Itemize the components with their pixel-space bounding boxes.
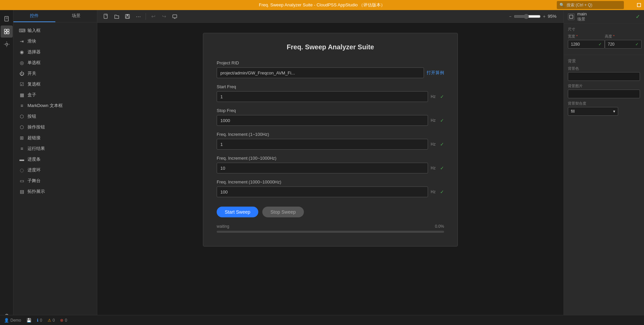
status-info: ℹ 0 [37, 318, 42, 323]
rp-confirm-icon[interactable]: ✓ [636, 13, 640, 20]
toolbar-redo[interactable]: ↪ [159, 12, 169, 21]
component-input[interactable]: ⌨ 输入框 [13, 25, 97, 36]
component-topology[interactable]: ▤ 拓扑展示 [13, 186, 97, 197]
chevron-down-icon: ▾ [613, 109, 615, 114]
tab-scene[interactable]: 场景 [55, 10, 97, 22]
svg-rect-6 [4, 32, 6, 34]
component-substage[interactable]: ▭ 子舞台 [13, 175, 97, 186]
start-sweep-button[interactable]: Start Sweep [217, 207, 258, 217]
component-result[interactable]: ≡ 运行结果 [13, 143, 97, 154]
zoom-out-icon[interactable]: － [508, 13, 513, 19]
sidebar-settings-icon[interactable] [1, 38, 13, 50]
zoom-control: － ＋ 95% [508, 13, 559, 19]
toolbar-more[interactable]: ⋯ [133, 12, 143, 21]
canvas-viewport[interactable]: Freq. Sweep Analyzer Suite Project RID 打… [97, 23, 564, 321]
component-switch[interactable]: ⏻ 开关 [13, 68, 97, 79]
rp-bg-color-swatch[interactable] [568, 72, 640, 81]
component-slider[interactable]: ⇥ 滑块 [13, 36, 97, 47]
rp-width-value[interactable]: 1280 ✓ [568, 40, 605, 49]
svg-rect-9 [104, 14, 107, 18]
sidebar-components-icon[interactable] [1, 25, 13, 38]
svg-rect-5 [7, 29, 9, 31]
component-button[interactable]: ⬡ 按钮 [13, 111, 97, 122]
info-count: 0 [40, 318, 42, 323]
project-rid-input[interactable] [217, 67, 424, 78]
component-markdown[interactable]: ≡ MarkDown 文本框 [13, 100, 97, 111]
storage-icon: 💾 [26, 318, 32, 323]
stop-freq-input[interactable] [217, 115, 428, 126]
component-box[interactable]: ▦ 盒子 [13, 90, 97, 100]
status-user: 👤 Demo [4, 318, 21, 323]
freq-inc3-check-icon[interactable]: ✓ [440, 189, 444, 195]
freq-inc1-unit: Hz [431, 142, 437, 147]
titlebar: Freq. Sweep Analyzer Suite - CloudPSS Ap… [0, 0, 644, 10]
toolbar-separator-1 [146, 13, 146, 20]
open-example-link[interactable]: 打开算例 [427, 70, 444, 76]
freq-inc2-input[interactable] [217, 163, 428, 173]
rp-height-label: 高度 * [605, 34, 642, 39]
info-icon: ℹ [37, 318, 39, 323]
start-freq-check-icon[interactable]: ✓ [440, 94, 444, 99]
rp-bg-color-row: 背景色 [568, 66, 640, 81]
rp-bg-img-input[interactable] [568, 90, 640, 98]
status-warn: ⚠ 0 [48, 318, 55, 323]
rp-bg-color-label: 背景色 [568, 66, 640, 71]
component-progress-bar[interactable]: ▬ 进度条 [13, 154, 97, 165]
progress-ring-icon: ◌ [19, 167, 25, 173]
component-hyperlink[interactable]: ⊞ 超链接 [13, 132, 97, 143]
selector-icon: ◉ [19, 49, 25, 55]
status-username: Demo [10, 318, 21, 323]
input-icon: ⌨ [19, 28, 25, 33]
box-icon: ▦ [19, 92, 25, 98]
search-bar[interactable]: 🔍 搜索 (Ctrl + Q) [557, 1, 624, 9]
start-freq-group: Start Freq Hz ✓ [217, 84, 444, 102]
component-checkbox[interactable]: ☑ 复选框 [13, 79, 97, 90]
svg-rect-0 [637, 3, 641, 7]
svg-point-8 [6, 43, 8, 45]
component-panel: 控件 场景 ⌨ 输入框 ⇥ 滑块 ◉ 选择器 ◎ 单选框 ⏻ 开关 [13, 10, 97, 325]
toolbar-preview[interactable] [170, 12, 179, 21]
warn-icon: ⚠ [48, 318, 51, 323]
right-panel-header: main 场景 ✓ [564, 10, 644, 23]
component-progress-ring[interactable]: ◌ 进度环 [13, 165, 97, 175]
button-icon: ⬡ [19, 114, 25, 119]
stop-freq-check-icon[interactable]: ✓ [440, 118, 444, 123]
freq-inc3-input[interactable] [217, 186, 428, 197]
rp-width-label: 宽度 * [568, 34, 605, 39]
toolbar-folder[interactable] [112, 12, 121, 21]
component-action-button[interactable]: ⬡ 操作按钮 [13, 122, 97, 132]
progress-section: waiting 0.0% [217, 224, 444, 233]
substage-icon: ▭ [19, 178, 25, 183]
component-selector[interactable]: ◉ 选择器 [13, 47, 97, 57]
start-freq-input[interactable] [217, 91, 428, 102]
maximize-icon [637, 3, 641, 7]
sidebar-file-icon[interactable] [1, 13, 13, 25]
warn-count: 0 [53, 318, 55, 323]
tab-controls[interactable]: 控件 [13, 10, 55, 22]
canvas-area: ⋯ ↩ ↪ － ＋ 95% Freq. Sweep Analyzer Suite [97, 10, 564, 325]
toolbar-undo[interactable]: ↩ [149, 12, 158, 21]
zoom-in-icon[interactable]: ＋ [542, 13, 546, 19]
freq-inc1-input[interactable] [217, 139, 428, 150]
project-rid-row: 打开算例 [217, 67, 444, 78]
search-placeholder: 搜索 (Ctrl + Q) [567, 2, 592, 8]
stop-freq-group: Stop Freq Hz ✓ [217, 108, 444, 126]
freq-inc2-unit: Hz [431, 166, 437, 170]
freq-inc2-check-icon[interactable]: ✓ [440, 165, 444, 171]
svg-rect-4 [4, 29, 6, 31]
freq-inc3-label: Freq. Increment (1000~10000Hz) [217, 179, 444, 184]
panel-tabs: 控件 场景 [13, 10, 97, 22]
progress-status: waiting [217, 224, 229, 229]
stop-sweep-button[interactable]: Stop Sweep [262, 207, 304, 217]
freq-inc1-check-icon[interactable]: ✓ [440, 142, 444, 147]
zoom-slider[interactable] [514, 14, 541, 19]
maximize-button[interactable] [634, 0, 644, 10]
toolbar-save[interactable] [123, 12, 132, 21]
component-radio[interactable]: ◎ 单选框 [13, 57, 97, 68]
rp-bg-fit-select[interactable]: fill ▾ [568, 107, 618, 116]
hyperlink-icon: ⊞ [19, 135, 25, 141]
rp-height-value[interactable]: 720 ✓ [605, 40, 642, 49]
toolbar-new-file[interactable] [101, 12, 111, 21]
rp-height-check-icon: ✓ [635, 42, 639, 47]
checkbox-icon: ☑ [19, 82, 25, 87]
